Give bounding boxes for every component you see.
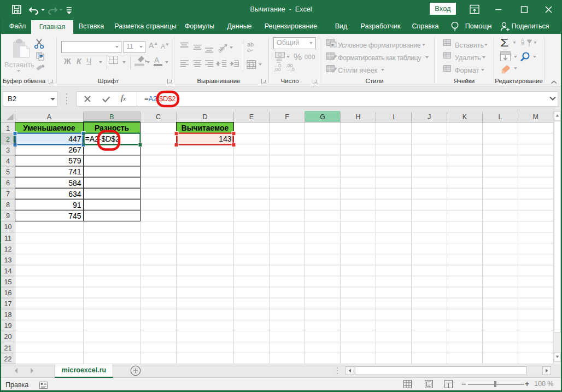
svg-text:А: А: [154, 56, 160, 65]
svg-text:1: 1: [6, 125, 10, 132]
svg-text:267: 267: [68, 145, 81, 154]
svg-text:F: F: [285, 113, 289, 121]
svg-text:17: 17: [4, 300, 12, 308]
svg-text:745: 745: [68, 212, 81, 220]
svg-text:143: 143: [219, 134, 232, 143]
svg-text:E: E: [249, 113, 254, 121]
svg-text:D: D: [202, 113, 207, 121]
svg-text:3: 3: [6, 147, 10, 154]
svg-text:20: 20: [4, 333, 12, 341]
svg-text:6: 6: [6, 179, 10, 187]
svg-text:2: 2: [6, 136, 10, 143]
svg-text:16: 16: [4, 289, 12, 297]
svg-text:4: 4: [6, 157, 10, 165]
svg-text:5: 5: [6, 168, 10, 176]
svg-text:B: B: [109, 113, 114, 121]
svg-text:7: 7: [6, 190, 10, 198]
svg-text:15: 15: [4, 278, 12, 286]
svg-text:8: 8: [6, 201, 10, 209]
svg-text:14: 14: [4, 267, 12, 275]
svg-text:C: C: [156, 113, 161, 121]
svg-text:≠: ≠: [331, 43, 334, 48]
svg-text:=A2-$D$2: =A2-$D$2: [85, 134, 120, 143]
svg-text:584: 584: [68, 179, 81, 188]
svg-text:Вычитаемое: Вычитаемое: [182, 124, 229, 132]
svg-text:91: 91: [73, 201, 81, 209]
svg-text:G: G: [320, 113, 325, 121]
svg-text:Уменьшаемое: Уменьшаемое: [23, 124, 75, 132]
svg-text:22: 22: [4, 355, 12, 363]
svg-text:10: 10: [4, 223, 12, 231]
svg-text:18: 18: [4, 311, 12, 319]
svg-text:L: L: [499, 113, 502, 121]
svg-text:447: 447: [68, 134, 81, 143]
svg-text:579: 579: [68, 156, 81, 165]
svg-text:19: 19: [4, 322, 12, 330]
svg-text:21: 21: [4, 344, 12, 352]
svg-text:13: 13: [4, 256, 12, 264]
svg-text:741: 741: [68, 167, 81, 176]
svg-text:M: M: [533, 113, 538, 121]
svg-text:H: H: [355, 113, 360, 121]
svg-text:J: J: [428, 113, 431, 121]
svg-text:9: 9: [6, 212, 10, 220]
svg-text:A: A: [47, 113, 52, 121]
svg-text:K: K: [463, 113, 467, 121]
svg-text:I: I: [393, 113, 394, 121]
svg-text:11: 11: [4, 235, 11, 242]
svg-text:ab: ab: [216, 44, 226, 54]
svg-text:634: 634: [68, 190, 81, 198]
svg-text:12: 12: [4, 245, 12, 253]
